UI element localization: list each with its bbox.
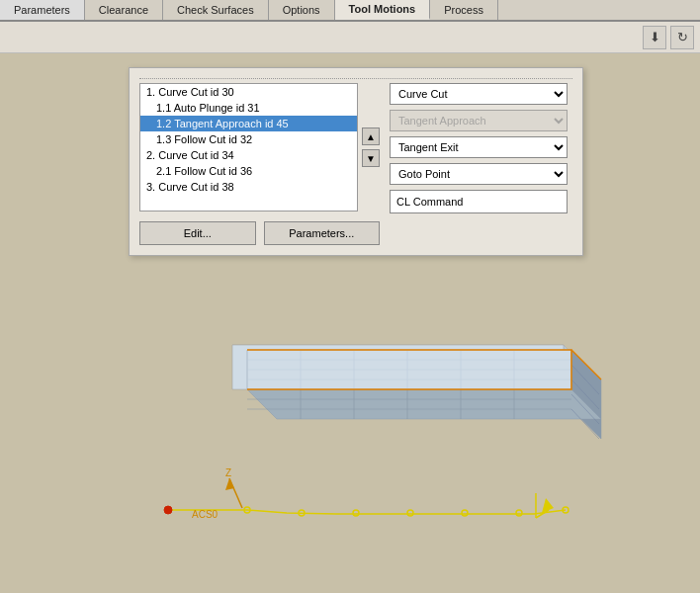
svg-point-32 <box>462 510 468 516</box>
svg-line-37 <box>536 510 549 518</box>
motions-listbox[interactable]: 1. Curve Cut id 30 1.1 Auto Plunge id 31… <box>139 83 358 212</box>
tab-options[interactable]: Options <box>269 0 335 20</box>
svg-marker-38 <box>542 498 554 513</box>
svg-point-31 <box>407 510 413 516</box>
tangent-exit-row: Tangent Exit Follow Cut Curve Cut <box>390 136 572 158</box>
tangent-exit-dropdown[interactable]: Tangent Exit Follow Cut Curve Cut <box>390 136 568 158</box>
move-up-button[interactable]: ▲ <box>362 127 380 145</box>
motion-type-dropdown[interactable]: Curve Cut Follow Cut Tangent Approach Ta… <box>390 83 568 105</box>
toolbar-icon1[interactable]: ⬇ <box>643 26 666 49</box>
refresh-icon: ↻ <box>677 30 688 44</box>
listbox-container: 1. Curve Cut id 30 1.1 Auto Plunge id 31… <box>139 83 380 212</box>
tab-process[interactable]: Process <box>430 0 498 20</box>
tab-check-surfaces[interactable]: Check Surfaces <box>163 0 269 20</box>
main-area: ACS0 Z 1. Curve Cut id 30 1.1 Auto Plung… <box>0 53 700 593</box>
svg-text:ACS0: ACS0 <box>192 509 219 520</box>
tab-bar: Parameters Clearance Check Surfaces Opti… <box>0 0 700 22</box>
svg-marker-4 <box>232 345 564 389</box>
svg-line-23 <box>571 365 599 394</box>
parameters-button[interactable]: Parameters... <box>264 221 381 245</box>
action-buttons: Edit... Parameters... <box>139 221 380 245</box>
svg-line-40 <box>229 478 242 508</box>
list-item[interactable]: 1.1 Auto Plunge id 31 <box>140 100 357 116</box>
svg-line-24 <box>571 380 599 409</box>
svg-text:Z: Z <box>225 467 231 478</box>
svg-marker-42 <box>225 478 234 490</box>
dialog-left: 1. Curve Cut id 30 1.1 Auto Plunge id 31… <box>139 83 380 245</box>
toolbar-icon2[interactable]: ↻ <box>670 26 694 49</box>
svg-marker-1 <box>232 345 588 370</box>
svg-marker-5 <box>247 350 571 389</box>
tab-clearance[interactable]: Clearance <box>85 0 163 20</box>
arrow-buttons: ▲ ▼ <box>362 83 380 212</box>
svg-line-25 <box>571 394 599 424</box>
list-item[interactable]: 1.3 Follow Cut id 32 <box>140 131 357 147</box>
arrow-down-icon: ⬇ <box>650 30 660 44</box>
svg-point-28 <box>244 507 250 513</box>
tangent-approach-row: Tangent Approach <box>390 110 572 131</box>
tangent-approach-dropdown[interactable]: Tangent Approach <box>390 110 568 131</box>
svg-point-29 <box>299 510 305 516</box>
tab-tool-motions[interactable]: Tool Motions <box>335 0 431 20</box>
svg-point-34 <box>563 507 569 513</box>
move-down-button[interactable]: ▼ <box>362 149 380 167</box>
goto-point-dropdown[interactable]: Goto Point Rapid Linear <box>390 163 568 185</box>
svg-line-26 <box>571 409 599 439</box>
list-item[interactable]: 2. Curve Cut id 34 <box>140 147 357 163</box>
goto-point-row: Goto Point Rapid Linear <box>390 163 572 185</box>
list-item[interactable]: 2.1 Follow Cut id 36 <box>140 163 357 179</box>
dialog-right: Curve Cut Follow Cut Tangent Approach Ta… <box>390 83 572 245</box>
up-arrow-icon: ▲ <box>366 131 376 142</box>
list-item[interactable]: 1.2 Tangent Approach id 45 <box>140 116 357 131</box>
svg-point-33 <box>516 510 522 516</box>
motion-type-row: Curve Cut Follow Cut Tangent Approach Ta… <box>390 83 572 105</box>
tab-parameters[interactable]: Parameters <box>0 0 85 20</box>
down-arrow-icon: ▼ <box>366 153 376 164</box>
list-item[interactable]: 3. Curve Cut id 38 <box>140 179 357 195</box>
tool-motions-dialog: 1. Curve Cut id 30 1.1 Auto Plunge id 31… <box>129 67 583 256</box>
svg-marker-7 <box>247 389 601 419</box>
cl-command-label: CL Command <box>396 196 463 208</box>
divider <box>139 78 572 79</box>
cl-command-field: CL Command <box>390 190 568 213</box>
edit-button[interactable]: Edit... <box>139 221 256 245</box>
toolbar: ⬇ ↻ <box>0 22 700 53</box>
svg-line-27 <box>571 350 601 380</box>
list-item[interactable]: 1. Curve Cut id 30 <box>140 84 357 100</box>
svg-marker-6 <box>571 350 601 439</box>
svg-point-30 <box>353 510 359 516</box>
svg-point-35 <box>164 506 172 514</box>
